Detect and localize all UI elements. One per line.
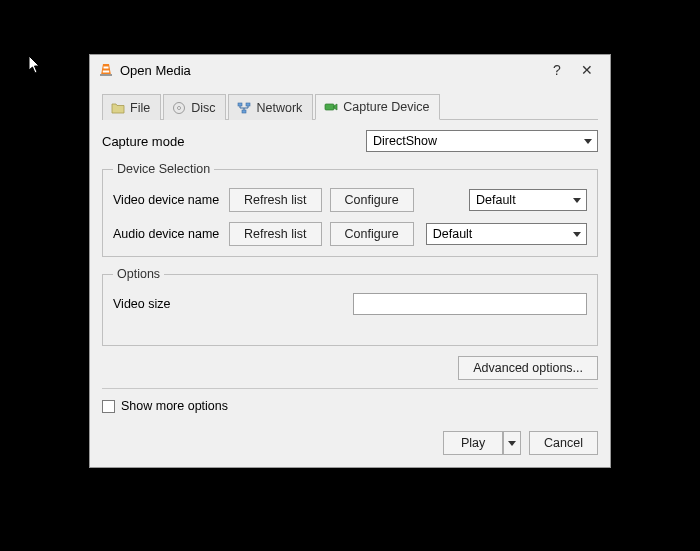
video-size-input[interactable] bbox=[353, 293, 587, 315]
play-button[interactable]: Play bbox=[443, 431, 503, 455]
advanced-options-button[interactable]: Advanced options... bbox=[458, 356, 598, 380]
titlebar[interactable]: Open Media ? ✕ bbox=[90, 55, 610, 85]
capture-icon bbox=[324, 100, 338, 114]
capture-mode-row: Capture mode DirectShow bbox=[102, 130, 598, 152]
options-group: Options Video size bbox=[102, 267, 598, 346]
audio-refresh-button[interactable]: Refresh list bbox=[229, 222, 322, 246]
show-more-checkbox[interactable] bbox=[102, 400, 115, 413]
tab-network[interactable]: Network bbox=[228, 94, 313, 120]
window-title: Open Media bbox=[120, 63, 542, 78]
folder-icon bbox=[111, 101, 125, 115]
svg-rect-1 bbox=[103, 71, 109, 73]
svg-rect-6 bbox=[246, 103, 250, 106]
show-more-label: Show more options bbox=[121, 399, 228, 413]
tab-capture-label: Capture Device bbox=[343, 100, 429, 114]
video-device-value: Default bbox=[476, 193, 516, 207]
svg-rect-5 bbox=[238, 103, 242, 106]
video-size-row: Video size bbox=[113, 293, 587, 315]
device-selection-group: Device Selection Video device name Refre… bbox=[102, 162, 598, 257]
cancel-button[interactable]: Cancel bbox=[529, 431, 598, 455]
network-icon bbox=[237, 101, 251, 115]
svg-point-4 bbox=[178, 106, 181, 109]
video-device-label: Video device name bbox=[113, 193, 221, 207]
play-split-button: Play bbox=[443, 431, 521, 455]
capture-mode-value: DirectShow bbox=[373, 134, 437, 148]
disc-icon bbox=[172, 101, 186, 115]
open-media-dialog: Open Media ? ✕ File Disc Network bbox=[89, 54, 611, 468]
options-legend: Options bbox=[113, 267, 164, 281]
video-device-select[interactable]: Default bbox=[469, 189, 587, 211]
device-selection-legend: Device Selection bbox=[113, 162, 214, 176]
tab-file-label: File bbox=[130, 101, 150, 115]
capture-mode-label: Capture mode bbox=[102, 134, 366, 149]
tab-bar: File Disc Network Capture Device bbox=[102, 93, 598, 120]
audio-device-label: Audio device name bbox=[113, 227, 221, 241]
close-button[interactable]: ✕ bbox=[572, 59, 602, 81]
play-dropdown-button[interactable] bbox=[503, 431, 521, 455]
audio-device-row: Audio device name Refresh list Configure… bbox=[113, 222, 587, 246]
tab-disc-label: Disc bbox=[191, 101, 215, 115]
tab-network-label: Network bbox=[256, 101, 302, 115]
tab-disc[interactable]: Disc bbox=[163, 94, 226, 120]
dialog-content: File Disc Network Capture Device bbox=[90, 85, 610, 467]
svg-rect-7 bbox=[242, 110, 246, 113]
audio-device-select[interactable]: Default bbox=[426, 223, 587, 245]
video-device-row: Video device name Refresh list Configure… bbox=[113, 188, 587, 212]
svg-rect-0 bbox=[104, 67, 109, 69]
svg-rect-8 bbox=[325, 104, 334, 110]
tab-file[interactable]: File bbox=[102, 94, 161, 120]
show-more-options-row[interactable]: Show more options bbox=[102, 399, 598, 413]
audio-configure-button[interactable]: Configure bbox=[330, 222, 414, 246]
video-size-label: Video size bbox=[113, 297, 343, 311]
help-button[interactable]: ? bbox=[542, 59, 572, 81]
vlc-icon bbox=[98, 62, 114, 78]
video-configure-button[interactable]: Configure bbox=[330, 188, 414, 212]
svg-rect-2 bbox=[100, 74, 112, 76]
mouse-cursor bbox=[28, 55, 42, 75]
tab-capture-device[interactable]: Capture Device bbox=[315, 94, 440, 120]
capture-mode-select[interactable]: DirectShow bbox=[366, 130, 598, 152]
divider bbox=[102, 388, 598, 389]
video-refresh-button[interactable]: Refresh list bbox=[229, 188, 322, 212]
audio-device-value: Default bbox=[433, 227, 473, 241]
